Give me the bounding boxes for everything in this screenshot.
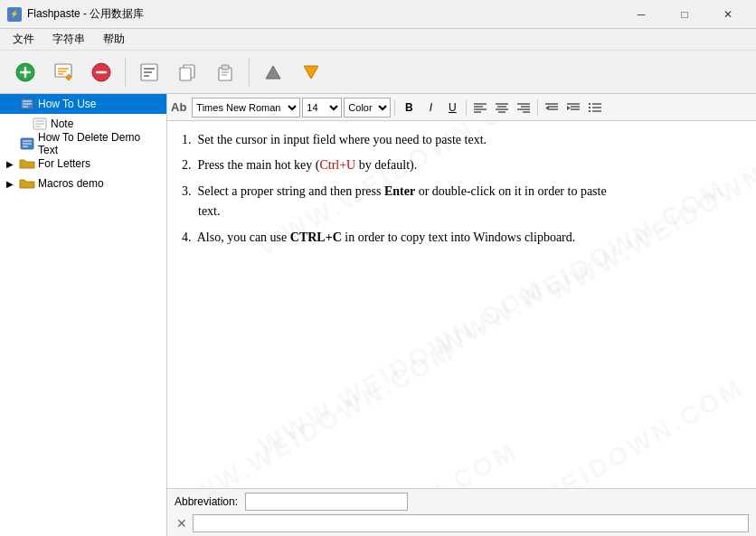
content-line-2: 2. Press the main hot key (Ctrl+U by def… (182, 155, 742, 175)
abbreviation-input[interactable] (245, 493, 408, 511)
watermark: WWW.WEIDOWN.COM (167, 332, 463, 488)
toolbar (0, 51, 756, 94)
menu-file[interactable]: 文件 (5, 30, 42, 49)
sidebar-item-label: How To Use (38, 98, 96, 110)
search-input[interactable] (193, 514, 749, 532)
app-icon: ⚡ (7, 7, 22, 22)
sidebar-item-for-letters[interactable]: ▶ For Letters (0, 154, 166, 174)
italic-button[interactable]: I (421, 98, 440, 118)
bottom-bar: Abbreviation: ✕ (167, 488, 756, 536)
copy-button[interactable] (169, 54, 205, 90)
svg-marker-52 (567, 106, 571, 110)
svg-marker-20 (304, 66, 318, 79)
content-line-3: 3. Select a proper string and then press… (182, 182, 742, 202)
expand-icon: ▶ (4, 159, 16, 169)
color-select[interactable]: Color Red Blue Black (344, 98, 391, 118)
paste-button[interactable] (207, 54, 243, 90)
doc-icon (19, 136, 35, 151)
maximize-button[interactable]: □ (664, 1, 705, 28)
format-ab-icon: Ab (171, 100, 186, 114)
menu-help[interactable]: 帮助 (96, 30, 132, 49)
expand-icon: ▶ (4, 179, 16, 189)
content-line-3-cont: text. (182, 202, 742, 221)
menu-bar: 文件 字符串 帮助 (0, 29, 756, 51)
window-title: Flashpaste - 公用数据库 (27, 6, 144, 22)
minimize-button[interactable]: ─ (620, 1, 662, 28)
format-separator-3 (537, 99, 538, 116)
title-bar: ⚡ Flashpaste - 公用数据库 ─ □ ✕ (0, 0, 756, 29)
sidebar-item-label: How To Delete Demo Text (38, 131, 163, 156)
watermark: WWW.WEIDOWN.COM (450, 368, 752, 488)
indent-increase-button[interactable] (563, 98, 583, 118)
sidebar-item-label: Macros demo (38, 177, 104, 190)
close-button[interactable]: ✕ (707, 1, 749, 28)
svg-rect-16 (222, 65, 229, 70)
editor-area: Ab Times New Roman Arial Calibri 14 10 1… (167, 94, 756, 536)
svg-rect-58 (589, 110, 591, 112)
toolbar-separator-2 (249, 58, 250, 87)
doc-icon (19, 97, 35, 111)
watermark: WWW.WEIDOWN.COM (251, 268, 553, 466)
search-row: ✕ (175, 514, 749, 532)
window-controls: ─ □ ✕ (620, 1, 749, 28)
sidebar-item-how-to-delete[interactable]: How To Delete Demo Text (0, 134, 166, 154)
abbreviation-row: Abbreviation: (175, 493, 749, 511)
sidebar-item-macros-demo[interactable]: ▶ Macros demo (0, 174, 166, 193)
delete-button[interactable] (83, 54, 119, 90)
content-text: 1. Set the cursor in input field where y… (182, 130, 742, 248)
svg-rect-56 (589, 103, 591, 105)
svg-marker-48 (545, 106, 549, 110)
watermark: WWW.WEIDOWN.COM (224, 431, 526, 488)
list-button[interactable] (585, 98, 605, 118)
menu-string[interactable]: 字符串 (45, 30, 92, 49)
indent-decrease-button[interactable] (542, 98, 562, 118)
add-button[interactable] (7, 54, 43, 90)
toolbar-separator-1 (125, 58, 126, 87)
svg-rect-10 (144, 68, 155, 70)
folder-icon (19, 176, 35, 191)
title-bar-left: ⚡ Flashpaste - 公用数据库 (7, 6, 144, 22)
properties-button[interactable] (131, 54, 167, 90)
bold-button[interactable]: B (399, 98, 419, 118)
format-bar: Ab Times New Roman Arial Calibri 14 10 1… (167, 94, 756, 121)
font-family-select[interactable]: Times New Roman Arial Calibri (192, 98, 300, 118)
svg-rect-57 (589, 107, 591, 108)
content-line-1: 1. Set the cursor in input field where y… (182, 130, 742, 150)
sidebar: How To Use Note (0, 94, 167, 536)
format-separator-2 (466, 99, 467, 116)
edit-button[interactable] (45, 54, 81, 90)
search-close-button[interactable]: ✕ (175, 516, 189, 531)
content-area[interactable]: WWW.WEIDOWN.COM WWW.WEIDOWN.COM WWW.WEID… (167, 121, 756, 488)
move-up-button[interactable] (255, 54, 291, 90)
align-center-button[interactable] (492, 98, 512, 118)
align-right-button[interactable] (514, 98, 534, 118)
main-area: How To Use Note (0, 94, 756, 536)
sidebar-item-label: Note (51, 118, 73, 130)
abbreviation-label: Abbreviation: (175, 495, 238, 508)
svg-rect-14 (180, 68, 191, 80)
format-separator-1 (394, 99, 395, 116)
move-down-button[interactable] (293, 54, 329, 90)
sidebar-item-label: For Letters (38, 157, 90, 170)
align-left-button[interactable] (470, 98, 490, 118)
content-line-4: 4. Also, you can use CTRL+C in order to … (182, 228, 742, 248)
underline-button[interactable]: U (442, 98, 462, 118)
note-icon (32, 117, 48, 131)
svg-rect-12 (144, 75, 149, 77)
folder-icon (19, 156, 35, 171)
svg-marker-19 (266, 66, 280, 79)
font-size-select[interactable]: 14 10 12 16 18 (302, 98, 342, 118)
svg-rect-11 (144, 71, 152, 73)
sidebar-item-how-to-use[interactable]: How To Use (0, 94, 166, 114)
